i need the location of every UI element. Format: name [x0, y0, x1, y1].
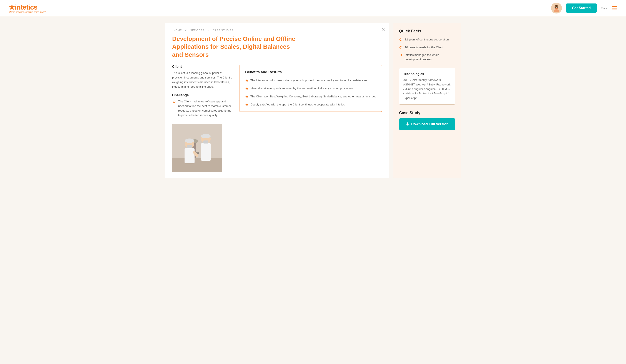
benefit-text-3: The Client won Best Weighing Company, Be… — [250, 94, 376, 99]
lab-illustration — [172, 124, 222, 172]
benefit-text-1: The integration with pre-existing system… — [250, 78, 368, 83]
download-icon: ⬇ — [406, 122, 409, 126]
avatar — [551, 3, 562, 13]
challenge-text: The Client had an out-of-date app and ne… — [178, 99, 233, 118]
diamond-icon-qf2 — [399, 46, 402, 49]
star-icon-1: ★ — [245, 79, 248, 83]
header-right: Get Started En ∨ — [551, 3, 617, 13]
svg-rect-21 — [399, 38, 402, 41]
qf-diamond-1 — [399, 38, 402, 43]
diamond-icon-qf1 — [399, 38, 402, 41]
avatar-icon — [552, 4, 561, 12]
svg-rect-23 — [399, 54, 402, 56]
challenge-item: The Client had an out-of-date app and ne… — [172, 99, 233, 118]
lab-image — [172, 124, 222, 172]
language-selector[interactable]: En ∨ — [601, 6, 608, 10]
logo: ★intetics Where software concepts come a… — [9, 3, 46, 13]
qf-diamond-3 — [399, 53, 402, 58]
star-icon-2: ★ — [245, 86, 248, 91]
main-content: ✕ HOME < SERVICES < CASE STUDIES Develop… — [156, 16, 470, 185]
svg-point-14 — [201, 134, 211, 138]
right-sidebar: Quick Facts 12 years of continuous coope… — [393, 23, 461, 178]
header: ★intetics Where software concepts come a… — [0, 0, 626, 16]
avatar-circle — [551, 3, 562, 13]
svg-rect-19 — [185, 148, 195, 163]
left-panel: ✕ HOME < SERVICES < CASE STUDIES Develop… — [165, 23, 389, 178]
star-icon-4: ★ — [245, 103, 248, 107]
star-icon-3: ★ — [245, 95, 248, 99]
svg-rect-22 — [399, 46, 402, 48]
download-full-version-button[interactable]: ⬇ Download Full Version — [399, 118, 455, 130]
benefit-item-1: ★ The integration with pre-existing syst… — [245, 78, 377, 83]
diamond-icon-qf3 — [399, 53, 402, 57]
challenge-section: Challenge The Client had an out-of-date … — [172, 93, 233, 118]
quick-fact-item-2: 10 projects made for the Client — [399, 45, 455, 50]
svg-rect-20 — [187, 145, 192, 148]
technologies-box: Technologies .NET / .Net identity framew… — [399, 68, 455, 105]
breadcrumb: HOME < SERVICES < CASE STUDIES — [172, 29, 382, 32]
hamburger-menu[interactable] — [612, 6, 617, 10]
benefit-text-4: Deeply satisfied with the app, the Clien… — [250, 102, 346, 107]
svg-point-1 — [554, 9, 559, 12]
logo-tagline: Where software concepts come alive™ — [9, 11, 46, 13]
quick-fact-item-3: Intetics managed the whole development p… — [399, 53, 455, 61]
close-button[interactable]: ✕ — [381, 27, 385, 32]
svg-rect-7 — [173, 101, 175, 103]
benefit-item-3: ★ The Client won Best Weighing Company, … — [245, 94, 377, 99]
svg-rect-15 — [201, 143, 211, 161]
case-study-title: Case Study — [399, 111, 455, 115]
svg-rect-9 — [172, 158, 222, 172]
content-left: Client The Client is a leading global su… — [172, 65, 233, 172]
logo-text: ★intetics — [9, 3, 46, 11]
benefit-item-4: ★ Deeply satisfied with the app, the Cli… — [245, 102, 377, 107]
download-label: Download Full Version — [411, 122, 449, 126]
benefits-title: Benefits and Results — [245, 70, 377, 74]
quick-fact-item-1: 12 years of continuous cooperation — [399, 38, 455, 43]
client-section-title: Client — [172, 65, 233, 69]
benefit-item-2: ★ Manual work was greatly reduced by the… — [245, 86, 377, 91]
svg-rect-3 — [555, 8, 558, 9]
client-text: The Client is a leading global supplier … — [172, 71, 233, 89]
quick-facts-title: Quick Facts — [399, 29, 455, 34]
diamond-icon — [172, 100, 176, 104]
benefit-text-2: Manual work was greatly reduced by the a… — [250, 86, 354, 91]
svg-point-18 — [185, 138, 194, 143]
svg-rect-16 — [203, 140, 208, 144]
benefits-box: Benefits and Results ★ The integration w… — [239, 65, 382, 112]
logo-star: ★ — [9, 3, 15, 11]
technologies-title: Technologies — [403, 72, 451, 76]
qf-diamond-2 — [399, 46, 402, 50]
technologies-text: .NET / .Net identity framework / ASP.NET… — [403, 78, 451, 100]
challenge-section-title: Challenge — [172, 93, 233, 97]
get-started-button[interactable]: Get Started — [566, 3, 597, 13]
content-right: Benefits and Results ★ The integration w… — [239, 65, 382, 172]
page-title: Development of Precise Online and Offlin… — [172, 35, 298, 59]
quick-facts-list: 12 years of continuous cooperation 10 pr… — [399, 38, 455, 61]
content-grid: Client The Client is a leading global su… — [172, 65, 382, 172]
